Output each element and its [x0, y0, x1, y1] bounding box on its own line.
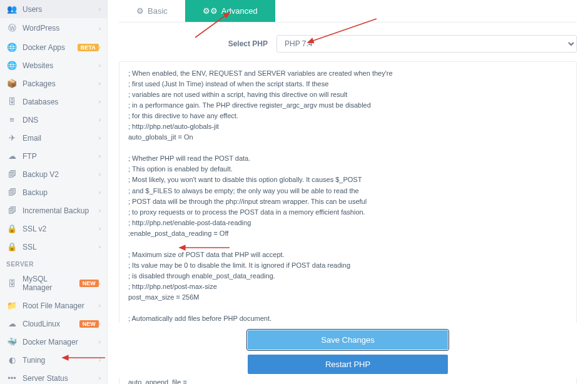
sidebar-item-label: Backup: [23, 188, 99, 197]
users-icon: 👥: [6, 4, 18, 14]
save-changes-button[interactable]: Save Changes: [248, 330, 448, 350]
databases-icon: 🗄: [6, 97, 18, 106]
sidebar-item-cloudlinux[interactable]: ☁CloudLinuxNEW›: [0, 315, 107, 333]
chevron-right-icon: ›: [99, 80, 101, 87]
sidebar-item-ssl-v2[interactable]: 🔒SSL v2›: [0, 220, 107, 238]
tab-basic[interactable]: ⚙ Basic: [119, 0, 185, 22]
cloudlinux-icon: ☁: [6, 319, 18, 328]
select-php-label: Select PHP: [228, 39, 268, 48]
sidebar-item-server-status[interactable]: •••Server Status›: [0, 369, 107, 384]
sidebar-item-label: Websites: [23, 61, 99, 70]
docker-apps-icon: 🌐: [6, 43, 18, 52]
sidebar: 👥Users›ⓌWordPress›🌐Docker AppsBETA›🌐Webs…: [0, 0, 108, 384]
sidebar-item-packages[interactable]: 📦Packages›: [0, 74, 107, 93]
sidebar-item-label: CloudLinux: [23, 320, 76, 328]
tuning-icon: ◐: [6, 355, 18, 365]
chevron-right-icon: ›: [99, 153, 101, 159]
sidebar-item-label: Docker Apps: [23, 43, 74, 52]
backup-v2-icon: 🗐: [6, 169, 18, 179]
sidebar-item-label: Incremental Backup: [23, 206, 99, 215]
sidebar-item-label: Email: [23, 134, 99, 143]
chevron-right-icon: ›: [99, 356, 101, 363]
chevron-right-icon: ›: [99, 280, 101, 287]
chevron-right-icon: ›: [99, 189, 101, 196]
sidebar-item-label: SSL: [23, 243, 99, 251]
chevron-right-icon: ›: [99, 116, 101, 123]
chevron-right-icon: ›: [99, 6, 101, 13]
ssl-icon: 🔒: [6, 242, 18, 251]
server-status-icon: •••: [6, 373, 18, 383]
main-panel: ⚙ Basic ⚙⚙ Advanced Select PHP PHP 7.4 ;…: [108, 0, 588, 384]
ssl-v2-icon: 🔒: [6, 224, 18, 233]
sidebar-item-label: Docker Manager: [23, 338, 99, 346]
sidebar-item-backup[interactable]: 🗐Backup›: [0, 183, 107, 201]
tab-advanced-label: Advanced: [221, 6, 258, 16]
sidebar-item-email[interactable]: ✈Email›: [0, 129, 107, 147]
chevron-right-icon: ›: [99, 25, 101, 32]
sidebar-item-label: SSL v2: [23, 225, 99, 233]
sidebar-item-label: Backup V2: [23, 170, 99, 179]
docker-manager-icon: 🐳: [6, 337, 18, 346]
select-php-row: Select PHP PHP 7.4: [119, 31, 577, 61]
sidebar-item-incremental-backup[interactable]: 🗐Incremental Backup›: [0, 201, 107, 220]
chevron-right-icon: ›: [99, 207, 101, 214]
sidebar-item-mysql-manager[interactable]: 🗄MySQL ManagerNEW›: [0, 270, 107, 296]
chevron-right-icon: ›: [99, 44, 101, 51]
wordpress-icon: Ⓦ: [6, 23, 18, 34]
chevron-right-icon: ›: [99, 243, 101, 250]
sidebar-item-databases[interactable]: 🗄Databases›: [0, 93, 107, 111]
restart-php-button[interactable]: Restart PHP: [248, 355, 448, 374]
sidebar-item-label: Databases: [23, 98, 99, 106]
sidebar-item-label: Server Status: [23, 374, 99, 383]
sidebar-item-ftp[interactable]: ☁FTP›: [0, 147, 107, 165]
mysql-manager-icon: 🗄: [6, 279, 18, 288]
chevron-right-icon: ›: [99, 320, 101, 327]
sidebar-item-label: Users: [23, 5, 99, 14]
sidebar-item-label: DNS: [23, 116, 99, 124]
tab-basic-label: Basic: [148, 6, 168, 16]
dns-icon: ≡: [6, 115, 18, 124]
sidebar-item-label: MySQL Manager: [23, 275, 76, 292]
backup-icon: 🗐: [6, 188, 18, 197]
sidebar-section-server: SERVER: [0, 256, 107, 270]
ftp-icon: ☁: [6, 151, 18, 161]
sidebar-item-label: Root File Manager: [23, 301, 99, 310]
sidebar-item-root-file-manager[interactable]: 📁Root File Manager›: [0, 296, 107, 315]
tab-advanced[interactable]: ⚙⚙ Advanced: [185, 0, 275, 22]
packages-icon: 📦: [6, 79, 18, 88]
sidebar-item-wordpress[interactable]: ⓌWordPress›: [0, 18, 107, 38]
sidebar-item-docker-manager[interactable]: 🐳Docker Manager›: [0, 333, 107, 351]
chevron-right-icon: ›: [99, 134, 101, 141]
websites-icon: 🌐: [6, 61, 18, 70]
root-file-manager-icon: 📁: [6, 301, 18, 310]
sidebar-item-label: WordPress: [23, 24, 99, 33]
badge-new: NEW: [79, 280, 99, 287]
sidebar-item-label: Tuning: [23, 356, 99, 365]
action-buttons: Save Changes Restart PHP: [119, 323, 577, 378]
sidebar-item-tuning[interactable]: ◐Tuning›: [0, 351, 107, 369]
chevron-right-icon: ›: [99, 62, 101, 69]
chevron-right-icon: ›: [99, 225, 101, 232]
badge-beta: BETA: [78, 44, 99, 51]
sidebar-item-dns[interactable]: ≡DNS›: [0, 111, 107, 129]
sidebar-item-ssl[interactable]: 🔒SSL›: [0, 238, 107, 256]
gear-icon: ⚙: [136, 6, 144, 16]
sidebar-item-users[interactable]: 👥Users›: [0, 0, 107, 18]
gears-icon: ⚙⚙: [203, 6, 218, 16]
chevron-right-icon: ›: [99, 338, 101, 345]
incremental-backup-icon: 🗐: [6, 206, 18, 215]
chevron-right-icon: ›: [99, 302, 101, 309]
select-php-dropdown[interactable]: PHP 7.4: [276, 35, 577, 53]
chevron-right-icon: ›: [99, 171, 101, 178]
chevron-right-icon: ›: [99, 375, 101, 381]
chevron-right-icon: ›: [99, 98, 101, 105]
email-icon: ✈: [6, 133, 18, 143]
sidebar-item-backup-v2[interactable]: 🗐Backup V2›: [0, 165, 107, 183]
tabs: ⚙ Basic ⚙⚙ Advanced: [119, 0, 577, 23]
badge-new: NEW: [79, 320, 99, 328]
sidebar-item-label: FTP: [23, 152, 99, 161]
sidebar-item-websites[interactable]: 🌐Websites›: [0, 56, 107, 74]
sidebar-item-label: Packages: [23, 79, 99, 88]
sidebar-item-docker-apps[interactable]: 🌐Docker AppsBETA›: [0, 38, 107, 56]
